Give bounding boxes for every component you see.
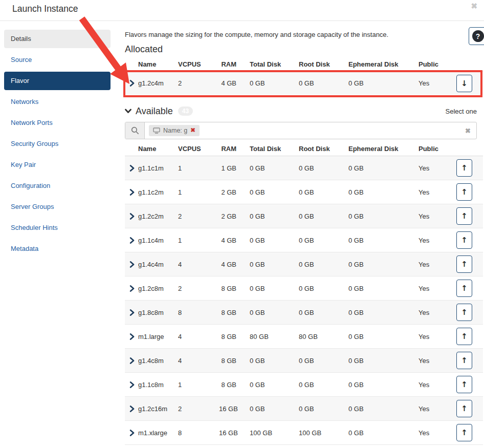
filter-tag-name-g: Name: g ✖ xyxy=(149,125,200,136)
cell-ephemeral-disk: 0 GB xyxy=(348,285,419,292)
allocate-flavor-button[interactable]: ↑ xyxy=(456,159,472,177)
allocate-flavor-button[interactable]: ↑ xyxy=(456,304,472,321)
sidebar-item-metadata[interactable]: Metadata xyxy=(4,240,111,258)
cell-vcpus: 2 xyxy=(178,405,219,413)
cell-total-disk: 0 GB xyxy=(250,188,299,196)
cell-public: Yes xyxy=(419,285,456,292)
allocate-flavor-button[interactable]: ↑ xyxy=(456,280,472,297)
sidebar-item-key-pair[interactable]: Key Pair xyxy=(4,156,111,174)
expand-chevron-icon[interactable] xyxy=(125,189,138,196)
allocate-flavor-button[interactable]: ↑ xyxy=(456,183,472,201)
sidebar-item-network-ports[interactable]: Network Ports xyxy=(4,114,111,132)
column-header-public: Public xyxy=(419,60,456,68)
cell-vcpus: 1 xyxy=(178,237,219,244)
cell-ram: 4 GB xyxy=(219,261,250,268)
cell-ephemeral-disk: 0 GB xyxy=(348,429,419,437)
expand-chevron-icon[interactable] xyxy=(125,430,138,436)
cell-root-disk: 0 GB xyxy=(299,357,348,365)
expand-chevron-icon[interactable] xyxy=(125,165,138,172)
cell-total-disk: 80 GB xyxy=(250,333,299,340)
cell-total-disk: 0 GB xyxy=(250,237,299,244)
column-header-root-disk: Root Disk xyxy=(299,145,348,153)
column-header-root-disk: Root Disk xyxy=(299,60,348,68)
flavor-filter-searchbar[interactable]: Name: g ✖ ✖ xyxy=(125,122,477,139)
allocate-flavor-button[interactable]: ↑ xyxy=(456,328,472,345)
flavor-row-g1-2c4m: g1.2c4m24 GB0 GB0 GB0 GBYes↓ xyxy=(125,72,483,95)
cell-ephemeral-disk: 0 GB xyxy=(348,237,419,244)
cell-ephemeral-disk: 0 GB xyxy=(348,188,419,196)
table-header-row: NameVCPUSRAMTotal DiskRoot DiskEphemeral… xyxy=(125,142,483,156)
cell-ram: 16 GB xyxy=(219,405,250,413)
sidebar-item-scheduler-hints[interactable]: Scheduler Hints xyxy=(4,219,111,237)
expand-chevron-icon[interactable] xyxy=(125,381,138,388)
allocate-flavor-button[interactable]: ↑ xyxy=(456,400,472,417)
sidebar-item-details[interactable]: Details xyxy=(4,30,111,48)
sidebar-item-flavor[interactable]: Flavor xyxy=(4,72,111,90)
cell-name: g1.2c8m xyxy=(138,285,178,292)
cell-root-disk: 100 GB xyxy=(299,429,348,437)
cell-public: Yes xyxy=(419,381,456,389)
sidebar-item-security-groups[interactable]: Security Groups xyxy=(4,135,111,153)
sidebar-item-networks[interactable]: Networks xyxy=(4,93,111,111)
cell-ram: 16 GB xyxy=(219,429,250,437)
expand-chevron-icon[interactable] xyxy=(125,333,138,340)
cell-root-disk: 0 GB xyxy=(299,261,348,268)
expand-chevron-icon[interactable] xyxy=(125,309,138,316)
cell-vcpus: 8 xyxy=(178,309,219,316)
expand-chevron-icon[interactable] xyxy=(125,213,138,220)
clear-search-icon[interactable]: ✖ xyxy=(465,127,471,135)
allocate-flavor-button[interactable]: ↑ xyxy=(456,376,472,393)
cell-public: Yes xyxy=(419,429,456,437)
deallocate-flavor-button[interactable]: ↓ xyxy=(456,75,472,92)
cell-total-disk: 0 GB xyxy=(250,309,299,316)
close-icon[interactable]: ✖ xyxy=(471,2,477,11)
column-header-vcpus: VCPUS xyxy=(178,145,219,153)
cell-ram: 2 GB xyxy=(219,188,250,196)
remove-filter-icon[interactable]: ✖ xyxy=(190,127,195,134)
cell-vcpus: 2 xyxy=(178,79,219,87)
column-header-public: Public xyxy=(419,145,456,153)
cell-root-disk: 0 GB xyxy=(299,381,348,389)
cell-public: Yes xyxy=(419,261,456,268)
cell-total-disk: 0 GB xyxy=(250,79,299,87)
cell-vcpus: 8 xyxy=(178,429,219,437)
cell-vcpus: 1 xyxy=(178,188,219,196)
flavor-row-g1-2c16m: g1.2c16m216 GB0 GB0 GB0 GBYes↑ xyxy=(125,397,483,421)
sidebar-item-configuration[interactable]: Configuration xyxy=(4,177,111,195)
cell-ephemeral-disk: 0 GB xyxy=(348,405,419,413)
flavor-row-g1-1c4m: g1.1c4m14 GB0 GB0 GB0 GBYes↑ xyxy=(125,228,483,252)
expand-chevron-icon[interactable] xyxy=(125,406,138,412)
cell-ephemeral-disk: 0 GB xyxy=(348,164,419,172)
sidebar-item-source[interactable]: Source xyxy=(4,51,111,69)
available-count-badge: 43 xyxy=(178,106,193,116)
sidebar-item-server-groups[interactable]: Server Groups xyxy=(4,198,111,216)
allocate-flavor-button[interactable]: ↑ xyxy=(456,255,472,273)
cell-public: Yes xyxy=(419,333,456,340)
wizard-steps-sidebar: DetailsSourceFlavorNetworksNetwork Ports… xyxy=(4,30,111,261)
expand-chevron-icon[interactable] xyxy=(125,285,138,292)
expand-chevron-icon[interactable] xyxy=(125,357,138,364)
allocate-flavor-button[interactable]: ↑ xyxy=(456,424,472,441)
column-header-ram: RAM xyxy=(219,145,250,153)
cell-total-disk: 0 GB xyxy=(250,405,299,413)
flavor-row-g1-8c8m: g1.8c8m88 GB0 GB0 GB0 GBYes↑ xyxy=(125,301,483,325)
cell-ephemeral-disk: 0 GB xyxy=(348,333,419,340)
chevron-down-icon[interactable] xyxy=(125,109,131,114)
expand-chevron-icon[interactable] xyxy=(125,261,138,268)
expand-chevron-icon[interactable] xyxy=(125,237,138,244)
available-section-title: Available xyxy=(136,106,173,117)
allocate-flavor-button[interactable]: ↑ xyxy=(456,231,472,249)
cell-name: g1.1c8m xyxy=(138,381,178,389)
cell-total-disk: 0 GB xyxy=(250,212,299,220)
allocate-flavor-button[interactable]: ↑ xyxy=(456,352,472,369)
cell-total-disk: 0 GB xyxy=(250,164,299,172)
cell-ram: 2 GB xyxy=(219,212,250,220)
allocate-flavor-button[interactable]: ↑ xyxy=(456,207,472,225)
cell-root-disk: 0 GB xyxy=(299,212,348,220)
cell-ephemeral-disk: 0 GB xyxy=(348,261,419,268)
cell-public: Yes xyxy=(419,212,456,220)
select-one-hint: Select one xyxy=(446,108,477,115)
expand-chevron-icon[interactable] xyxy=(125,80,138,87)
flavor-row-g1-1c2m: g1.1c2m12 GB0 GB0 GB0 GBYes↑ xyxy=(125,180,483,204)
flavor-row-g1-1c8m: g1.1c8m18 GB0 GB0 GB0 GBYes↑ xyxy=(125,373,483,397)
